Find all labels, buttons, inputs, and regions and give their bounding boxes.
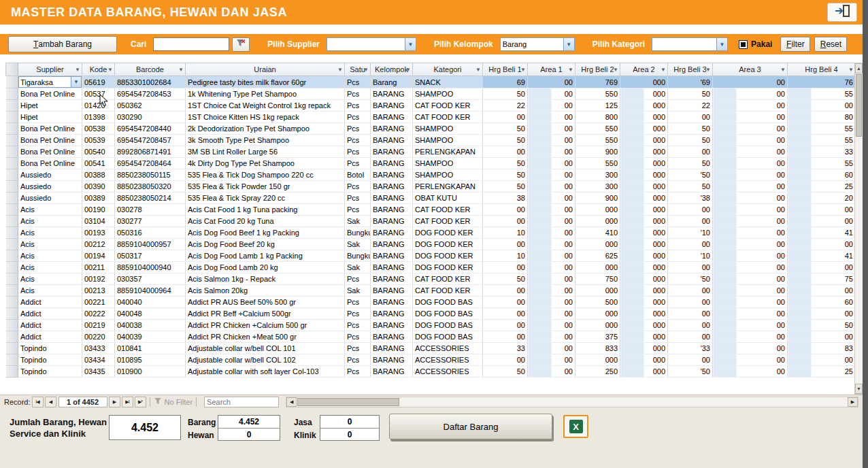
cell-kelompok[interactable]: BARANG bbox=[371, 320, 413, 331]
cell-a2[interactable]: 000 bbox=[620, 308, 668, 320]
cell-kategori[interactable]: CAT FOOD KER bbox=[413, 216, 483, 227]
cell-satuan[interactable]: Pcs bbox=[345, 123, 371, 135]
cell-barcode[interactable]: 8992806871491 bbox=[115, 146, 186, 158]
cell-a3[interactable]: 00 bbox=[713, 146, 788, 158]
cell-a3[interactable]: 00 bbox=[713, 273, 788, 285]
cell-kelompok[interactable]: BARANG bbox=[371, 297, 413, 308]
cell-hb2[interactable]: 000 bbox=[575, 262, 620, 273]
cell-a3[interactable]: 00 bbox=[713, 227, 788, 239]
cell-barcode[interactable]: 6954547208453 bbox=[115, 88, 186, 100]
record-selector[interactable] bbox=[6, 343, 18, 354]
cell-a2[interactable]: 000 bbox=[620, 181, 668, 193]
cell-hb1[interactable]: 00 bbox=[483, 354, 528, 366]
cell-hb1[interactable]: 10 bbox=[483, 227, 528, 239]
cell-hb4[interactable]: 33 bbox=[788, 146, 856, 158]
cell-kode[interactable]: 00222 bbox=[82, 308, 115, 320]
reset-button[interactable]: Reset bbox=[814, 37, 847, 52]
cell-hb3[interactable]: 00 bbox=[668, 285, 713, 297]
cell-hb4[interactable]: 55 bbox=[788, 88, 856, 100]
record-selector[interactable] bbox=[6, 297, 18, 308]
pakai-checkbox[interactable] bbox=[739, 40, 748, 49]
cell-hb1[interactable]: 50 bbox=[483, 169, 528, 181]
cell-uraian[interactable]: Addict PR Chicken +Calcium 500 gr bbox=[186, 320, 345, 331]
cell-kategori[interactable]: PERLENGKAPAN bbox=[413, 181, 483, 193]
cell-hb3[interactable]: '38 bbox=[668, 193, 713, 204]
export-excel-button[interactable]: X bbox=[563, 415, 588, 438]
cell-hb3[interactable]: 50 bbox=[668, 158, 713, 169]
cell-a3[interactable]: 00 bbox=[713, 331, 788, 343]
cell-a2[interactable]: 000 bbox=[620, 204, 668, 216]
cell-hb3[interactable]: '50 bbox=[668, 273, 713, 285]
cell-hb3[interactable]: 00 bbox=[668, 146, 713, 158]
cell-kategori[interactable]: DOG FOOD KER bbox=[413, 250, 483, 262]
cell-satuan[interactable]: Pcs bbox=[345, 204, 371, 216]
cell-uraian[interactable]: 535 Flea & Tick Dog Shampoo 220 cc bbox=[186, 169, 345, 181]
cell-kelompok[interactable]: BARANG bbox=[371, 135, 413, 146]
cell-hb2[interactable]: 625 bbox=[575, 250, 620, 262]
cell-kode[interactable]: 00539 bbox=[82, 135, 115, 146]
record-selector[interactable] bbox=[6, 262, 18, 273]
cell-satuan[interactable]: Pcs bbox=[345, 146, 371, 158]
cell-a1[interactable]: 00 bbox=[528, 158, 575, 169]
cell-kode[interactable]: 00212 bbox=[82, 239, 115, 250]
cell-barcode[interactable]: 8859104000964 bbox=[115, 285, 186, 297]
cell-barcode[interactable]: 8859104000957 bbox=[115, 239, 186, 250]
new-record-button[interactable]: ▶* bbox=[135, 397, 146, 407]
column-header-hb2[interactable]: Hrg Beli 2▼ bbox=[575, 63, 620, 76]
record-selector[interactable] bbox=[6, 227, 18, 239]
cell-uraian[interactable]: 4k Dirty Dog Type Pet Shampoo bbox=[186, 158, 345, 169]
cell-satuan[interactable]: Pcs bbox=[345, 354, 371, 366]
cell-kode[interactable]: 00220 bbox=[82, 331, 115, 343]
cell-a3[interactable]: 00 bbox=[713, 112, 788, 123]
cell-hb1[interactable]: 00 bbox=[483, 112, 528, 123]
cell-hb3[interactable]: 00 bbox=[668, 262, 713, 273]
cell-kode[interactable]: 00192 bbox=[82, 273, 115, 285]
cell-hb1[interactable]: 50 bbox=[483, 158, 528, 169]
cell-barcode[interactable]: 010895 bbox=[115, 354, 186, 366]
record-selector[interactable] bbox=[6, 146, 18, 158]
cell-a1[interactable]: 00 bbox=[528, 331, 575, 343]
cell-kelompok[interactable]: BARANG bbox=[371, 239, 413, 250]
cell-a2[interactable]: 000 bbox=[620, 354, 668, 366]
cell-a3[interactable]: 00 bbox=[713, 285, 788, 297]
cell-supplier[interactable]: Topindo bbox=[18, 354, 82, 366]
cell-a2[interactable]: 000 bbox=[620, 88, 668, 100]
cell-uraian[interactable]: Acis Cat Food 1 kg Tuna packing bbox=[186, 204, 345, 216]
cell-hb1[interactable]: 00 bbox=[483, 320, 528, 331]
cell-a2[interactable]: 000 bbox=[620, 146, 668, 158]
cell-uraian[interactable]: 3k Smooth Type Pet Shampoo bbox=[186, 135, 345, 146]
cell-a3[interactable]: 00 bbox=[713, 123, 788, 135]
cell-hb2[interactable]: 000 bbox=[575, 308, 620, 320]
cell-a2[interactable]: 000 bbox=[620, 320, 668, 331]
cell-hb4[interactable]: 25 bbox=[788, 366, 856, 378]
cell-satuan[interactable]: Sak bbox=[345, 239, 371, 250]
cell-a2[interactable]: 000 bbox=[620, 285, 668, 297]
cell-kode[interactable]: 00219 bbox=[82, 320, 115, 331]
cell-hb2[interactable]: 550 bbox=[575, 158, 620, 169]
cell-hb3[interactable]: '33 bbox=[668, 343, 713, 354]
cell-barcode[interactable]: 050362 bbox=[115, 100, 186, 112]
cell-hb1[interactable]: 69 bbox=[483, 76, 528, 88]
add-item-button[interactable]: Tambah Barang bbox=[8, 36, 117, 52]
cell-kelompok[interactable]: BARANG bbox=[371, 100, 413, 112]
cell-kode[interactable]: 00193 bbox=[82, 227, 115, 239]
cell-supplier[interactable]: Aussiedo bbox=[18, 169, 82, 181]
search-input[interactable] bbox=[204, 397, 279, 407]
cell-hb4[interactable]: 20 bbox=[788, 193, 856, 204]
cell-a3[interactable]: 00 bbox=[713, 100, 788, 112]
cell-satuan[interactable]: Pcs bbox=[345, 320, 371, 331]
cell-a2[interactable]: 000 bbox=[620, 169, 668, 181]
column-header-kode[interactable]: Kode▼ bbox=[82, 63, 115, 76]
cell-kelompok[interactable]: BARANG bbox=[371, 204, 413, 216]
cell-hb2[interactable]: 250 bbox=[575, 366, 620, 378]
cell-supplier[interactable]: Tigaraksa▼ bbox=[18, 76, 82, 88]
cell-a3[interactable]: 00 bbox=[713, 250, 788, 262]
cell-supplier[interactable]: Addict bbox=[18, 331, 82, 343]
cell-a2[interactable]: 000 bbox=[620, 262, 668, 273]
record-selector[interactable] bbox=[6, 88, 18, 100]
cell-satuan[interactable]: Pcs bbox=[345, 76, 371, 88]
record-selector[interactable] bbox=[6, 285, 18, 297]
cell-hb2[interactable]: 000 bbox=[575, 285, 620, 297]
cell-kode[interactable]: 00389 bbox=[82, 193, 115, 204]
record-selector[interactable] bbox=[6, 273, 18, 285]
